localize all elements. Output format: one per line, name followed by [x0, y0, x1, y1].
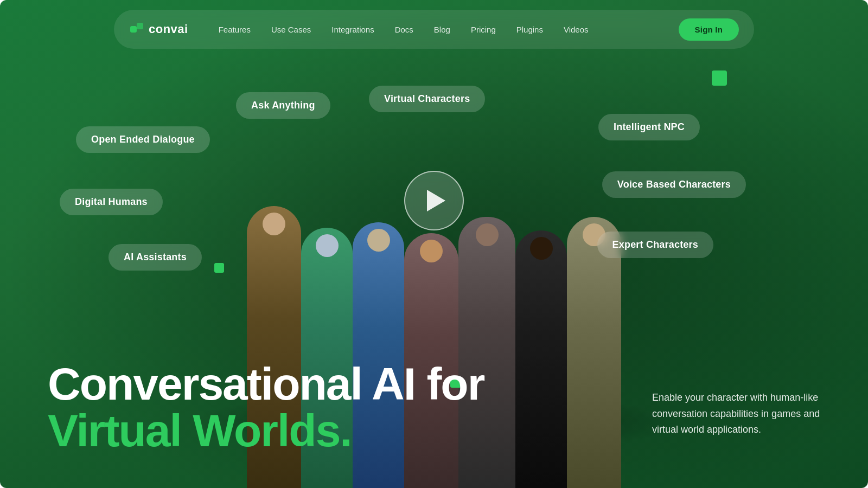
- logo-icon: [129, 22, 144, 37]
- tag-voice-based-characters: Voice Based Characters: [602, 171, 746, 198]
- navbar: convai Features Use Cases Integrations D…: [114, 10, 754, 49]
- accent-square-top-right: [712, 70, 727, 86]
- hero-text: Conversational AI for Virtual Worlds.: [48, 361, 484, 454]
- logo-text: convai: [149, 22, 188, 36]
- play-icon: [427, 190, 445, 211]
- hero-desc-text: Enable your character with human-like co…: [652, 390, 820, 438]
- nav-plugins[interactable]: Plugins: [508, 21, 552, 38]
- tag-expert-characters: Expert Characters: [597, 232, 713, 258]
- play-button[interactable]: [404, 171, 464, 230]
- accent-square-mid-left: [214, 263, 224, 273]
- sign-in-button[interactable]: Sign In: [679, 18, 739, 41]
- nav-use-cases[interactable]: Use Cases: [263, 21, 320, 38]
- tag-virtual-characters: Virtual Characters: [369, 86, 485, 112]
- nav-integrations[interactable]: Integrations: [323, 21, 382, 38]
- tag-ask-anything: Ask Anything: [236, 92, 330, 119]
- nav-pricing[interactable]: Pricing: [462, 21, 505, 38]
- hero-line1: Conversational AI for: [48, 361, 484, 407]
- char-6-head: [530, 237, 553, 260]
- hero-description: Enable your character with human-like co…: [652, 390, 820, 438]
- char-1-head: [263, 213, 285, 235]
- nav-docs[interactable]: Docs: [386, 21, 422, 38]
- nav-links: Features Use Cases Integrations Docs Blo…: [210, 21, 673, 38]
- char-3-head: [367, 229, 390, 252]
- tag-intelligent-npc: Intelligent NPC: [598, 114, 700, 140]
- tag-open-ended-dialogue: Open Ended Dialogue: [76, 126, 210, 153]
- page-wrapper: convai Features Use Cases Integrations D…: [0, 0, 868, 488]
- svg-rect-1: [137, 23, 143, 29]
- logo[interactable]: convai: [129, 22, 188, 37]
- tag-ai-assistants: AI Assistants: [108, 244, 202, 271]
- tag-digital-humans: Digital Humans: [60, 189, 163, 215]
- character-6: [515, 230, 567, 488]
- hero-line2: Virtual Worlds.: [48, 407, 484, 454]
- nav-blog[interactable]: Blog: [425, 21, 459, 38]
- nav-features[interactable]: Features: [210, 21, 259, 38]
- char-6-body: [515, 230, 567, 488]
- nav-videos[interactable]: Videos: [555, 21, 597, 38]
- char-4-head: [420, 240, 443, 262]
- char-5-head: [476, 223, 499, 246]
- svg-rect-0: [130, 26, 137, 33]
- char-2-head: [316, 234, 339, 257]
